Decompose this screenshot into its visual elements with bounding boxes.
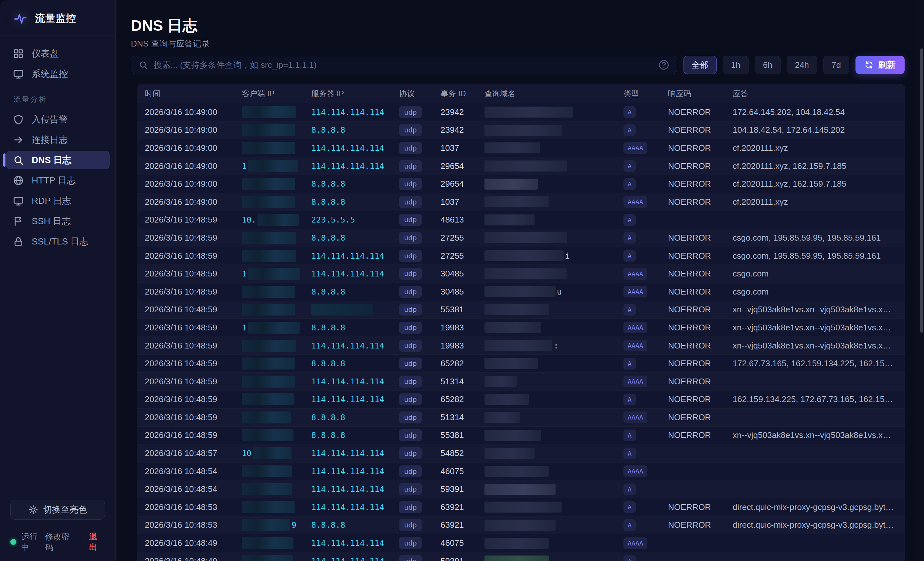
- sidebar-item-label: RDP 日志: [32, 195, 71, 207]
- sidebar-item-ssl/tls-日志[interactable]: SSL/TLS 日志: [6, 232, 110, 251]
- table-row[interactable]: 2026/3/16 10:48:598.8.8.8udp27255ANOERRO…: [137, 229, 904, 247]
- cell-answer: direct.quic-mix-proxy-gcpsg-v3.gcpsg.byt…: [733, 520, 904, 530]
- cell-client-ip: [242, 232, 311, 244]
- client-ip-redacted: [242, 411, 291, 423]
- cell-transaction-id: 23942: [441, 125, 484, 135]
- logout-link[interactable]: 退出: [89, 531, 105, 553]
- sidebar: 流量监控 仪表盘系统监控 流量分析 入侵告警连接日志DNS 日志HTTP 日志R…: [0, 0, 116, 561]
- sidebar-item-rdp-日志[interactable]: RDP 日志: [6, 191, 110, 210]
- sidebar-item-仪表盘[interactable]: 仪表盘: [6, 44, 110, 63]
- table-row[interactable]: 2026/3/16 10:48:591114.114.114.114udp304…: [137, 265, 904, 283]
- table-row[interactable]: 2026/3/16 10:48:49114.114.114.114udp5939…: [137, 552, 904, 561]
- client-ip-redacted: [253, 447, 291, 459]
- table-row[interactable]: 2026/3/16 10:48:5710114.114.114.114udp54…: [137, 444, 904, 462]
- table-row[interactable]: 2026/3/16 10:48:59udp55381ANOERRORxn--vj…: [137, 301, 904, 319]
- scrollbar-thumb[interactable]: [920, 48, 923, 333]
- client-ip-redacted: [242, 465, 292, 477]
- sidebar-item-ssh-日志[interactable]: SSH 日志: [6, 212, 110, 230]
- cell-transaction-id: 29654: [441, 161, 484, 171]
- cell-protocol: udp: [399, 232, 441, 244]
- cell-response-code: NOERROR: [668, 394, 733, 404]
- help-icon[interactable]: [658, 59, 670, 71]
- table-row[interactable]: 2026/3/16 10:48:54114.114.114.114udp5939…: [137, 480, 904, 498]
- sidebar-item-dns-日志[interactable]: DNS 日志: [6, 151, 110, 169]
- sidebar-item-连接日志[interactable]: 连接日志: [6, 130, 110, 149]
- time-filter-7d[interactable]: 7d: [824, 56, 849, 74]
- record-type-badge: AAAA: [623, 340, 647, 352]
- protocol-badge: udp: [399, 304, 422, 316]
- table-row[interactable]: 2026/3/16 10:48:5910.223.5.5.5udp48613A: [137, 211, 904, 229]
- cell-protocol: udp: [399, 196, 441, 208]
- sidebar-item-入侵告警[interactable]: 入侵告警: [6, 110, 110, 129]
- cell-time: 2026/3/16 10:48:53: [145, 520, 242, 530]
- arrow-icon: [13, 135, 24, 145]
- table-row[interactable]: 2026/3/16 10:49:008.8.8.8udp1037AAAANOER…: [137, 193, 904, 211]
- cell-transaction-id: 19983: [441, 341, 484, 351]
- cell-answer: csgo.com, 195.85.59.95, 195.85.59.161: [733, 251, 904, 261]
- time-filter-全部[interactable]: 全部: [684, 56, 717, 74]
- theme-toggle-button[interactable]: 切换至亮色: [10, 500, 105, 520]
- table-row[interactable]: 2026/3/16 10:48:598.8.8.8udp30485uAAAANO…: [137, 283, 904, 301]
- cell-record-type: A: [623, 501, 668, 513]
- client-ip-redacted: [242, 393, 294, 405]
- search-box[interactable]: [131, 56, 677, 74]
- globe-icon: [13, 175, 24, 186]
- sidebar-item-系统监控[interactable]: 系统监控: [6, 64, 110, 83]
- table-row[interactable]: 2026/3/16 10:48:5398.8.8.8udp63921ANOERR…: [137, 516, 904, 534]
- cell-transaction-id: 46075: [441, 466, 484, 476]
- table-row[interactable]: 2026/3/16 10:49:008.8.8.8udp23942ANOERRO…: [137, 121, 904, 139]
- table-row[interactable]: 2026/3/16 10:48:59114.114.114.114udp5131…: [137, 373, 904, 391]
- cell-server-ip: 8.8.8.8: [311, 287, 399, 296]
- cell-client-ip: [242, 340, 311, 352]
- table-row[interactable]: 2026/3/16 10:48:59114.114.114.114udp2725…: [137, 247, 904, 265]
- table-row[interactable]: 2026/3/16 10:48:5918.8.8.8udp19983AAAANO…: [137, 319, 904, 337]
- client-ip-redacted: [242, 340, 296, 352]
- cell-server-ip: 8.8.8.8: [311, 179, 399, 188]
- cell-server-ip: 223.5.5.5: [311, 215, 399, 224]
- cell-response-code: NOERROR: [668, 377, 733, 387]
- cell-record-type: A: [623, 358, 668, 370]
- table-row[interactable]: 2026/3/16 10:48:54114.114.114.114udp4607…: [137, 462, 904, 480]
- cell-time: 2026/3/16 10:48:54: [145, 484, 242, 494]
- cell-time: 2026/3/16 10:48:54: [145, 466, 242, 476]
- scrollbar-track[interactable]: [920, 0, 924, 561]
- cell-answer: direct.quic-mix-proxy-gcpsg-v3.gcpsg.byt…: [733, 502, 904, 512]
- cell-protocol: udp: [399, 411, 441, 423]
- cell-record-type: A: [623, 394, 668, 405]
- cell-client-ip: [242, 393, 311, 405]
- time-filter-6h[interactable]: 6h: [755, 56, 780, 74]
- cell-response-code: NOERROR: [668, 323, 733, 333]
- column-header: 服务器 IP: [311, 88, 399, 99]
- cell-client-ip: [242, 286, 311, 298]
- table-row[interactable]: 2026/3/16 10:48:59114.114.114.114udp6528…: [137, 391, 904, 409]
- cell-answer: 162.159.134.225, 172.67.73.165, 162.159.…: [733, 394, 904, 404]
- cell-query-domain: [484, 214, 623, 226]
- cell-answer: cf.2020111.xyz, 162.159.7.185: [733, 179, 904, 189]
- table-row[interactable]: 2026/3/16 10:48:598.8.8.8udp65282ANOERRO…: [137, 355, 904, 373]
- search-input[interactable]: [154, 60, 652, 70]
- cell-server-ip: 114.114.114.114: [311, 377, 399, 386]
- table-row[interactable]: 2026/3/16 10:48:49114.114.114.114udp4607…: [137, 534, 904, 552]
- table-row[interactable]: 2026/3/16 10:48:598.8.8.8udp51314AAAANOE…: [137, 408, 904, 426]
- record-type-badge: A: [623, 250, 636, 262]
- table-row[interactable]: 2026/3/16 10:49:00114.114.114.114udp1037…: [137, 139, 904, 157]
- cell-transaction-id: 30485: [441, 287, 484, 297]
- table-row[interactable]: 2026/3/16 10:49:00114.114.114.114udp2394…: [137, 103, 904, 121]
- cell-query-domain: [484, 484, 623, 495]
- table-row[interactable]: 2026/3/16 10:49:008.8.8.8udp29654ANOERRO…: [137, 175, 904, 193]
- table-row[interactable]: 2026/3/16 10:48:59114.114.114.114udp1998…: [137, 337, 904, 355]
- table-row[interactable]: 2026/3/16 10:48:53114.114.114.114udp6392…: [137, 498, 904, 516]
- change-password-link[interactable]: 修改密码: [45, 531, 77, 553]
- time-filter-24h[interactable]: 24h: [787, 56, 817, 74]
- time-filter-1h[interactable]: 1h: [723, 56, 748, 74]
- main-content: DNS 日志 DNS 查询与应答记录 全部1h6h24h7d 刷新 时间客户端 …: [116, 0, 924, 561]
- client-ip-redacted: [242, 375, 295, 387]
- cell-protocol: udp: [399, 106, 441, 118]
- sidebar-item-http-日志[interactable]: HTTP 日志: [6, 171, 110, 190]
- protocol-badge: udp: [399, 322, 422, 334]
- protocol-badge: udp: [399, 142, 422, 154]
- table-row[interactable]: 2026/3/16 10:48:598.8.8.8udp55381ANOERRO…: [137, 426, 904, 445]
- table-row[interactable]: 2026/3/16 10:49:001114.114.114.114udp296…: [137, 157, 904, 175]
- client-ip-redacted: [242, 124, 295, 136]
- refresh-button[interactable]: 刷新: [855, 56, 904, 74]
